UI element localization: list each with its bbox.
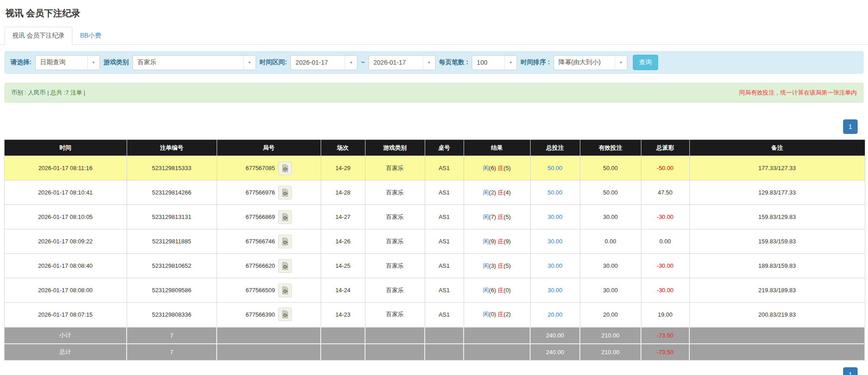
table-row: 2026-01-17 08:08:00523129809586677566509… (4, 278, 865, 303)
total-bet-link[interactable]: 30.00 (548, 214, 563, 220)
result-banker-count: (4) (503, 189, 511, 196)
chevron-down-icon[interactable]: ▼ (87, 56, 100, 70)
pagination-page-1-button[interactable]: 1 (843, 119, 858, 134)
search-button[interactable]: 查询 (633, 55, 658, 70)
total-bet-link[interactable]: 50.00 (548, 165, 563, 171)
footer-empty-session (321, 344, 365, 361)
round-id-text: 677566509 (246, 287, 275, 294)
cell-round-id: 677566869 (217, 205, 321, 229)
cell-total-bet: 30.00 (530, 205, 580, 229)
cell-result: 闲(6) 庄(5) (464, 156, 530, 180)
chevron-down-icon[interactable]: ▼ (243, 56, 256, 70)
footer-empty-result (464, 327, 530, 344)
cell-table-no: AS1 (425, 156, 464, 180)
cell-result: 闲(2) 庄(4) (464, 180, 530, 205)
chevron-down-icon[interactable]: ▼ (423, 56, 435, 70)
table-body: 2026-01-17 08:11:16523129815333677567085… (4, 156, 865, 327)
bet-records-table: 时间 注单编号 局号 场次 游戏类别 桌号 结果 总投注 有效投注 总派彩 备注… (4, 139, 865, 361)
summary-notice: 同局有效投注，统一计算在该局第一张注单内 (739, 89, 857, 97)
cell-table-no: AS1 (425, 205, 464, 229)
tab-bb-tip[interactable]: BB小费 (72, 27, 109, 45)
video-icon (281, 237, 289, 246)
cell-total-bet: 50.00 (530, 156, 580, 180)
date-to-select[interactable]: 2026-01-17 ▼ (369, 55, 436, 70)
total-bet-link[interactable]: 30.00 (548, 287, 563, 294)
video-icon (281, 310, 289, 318)
cell-remark: 189.83/159.83 (689, 254, 865, 278)
cell-game-type: 百家乐 (365, 156, 425, 180)
result-player-count: (0) (489, 311, 496, 318)
date-from-select[interactable]: 2026-01-17 ▼ (290, 55, 357, 70)
total-bet-link[interactable]: 50.00 (548, 189, 563, 196)
result-player-label: 闲 (483, 311, 489, 318)
video-replay-button[interactable] (278, 235, 292, 248)
total-bet-link[interactable]: 30.00 (548, 262, 563, 269)
cell-session: 14-23 (321, 303, 365, 327)
cell-game-type: 百家乐 (365, 303, 425, 327)
cell-session: 14-24 (321, 278, 365, 303)
round-id-text: 677567085 (246, 165, 275, 171)
video-icon (281, 286, 289, 294)
query-type-select[interactable]: 日期查询 ▼ (35, 55, 100, 70)
cell-result: 闲(3) 庄(5) (464, 254, 530, 278)
table-row: 2026-01-17 08:11:16523129815333677567085… (4, 156, 865, 180)
cell-remark: 219.83/189.83 (689, 278, 865, 303)
header-result: 结果 (464, 140, 530, 156)
pagination-bottom: 1 (0, 367, 868, 375)
cell-total-bet: 30.00 (530, 278, 580, 303)
table-footer: 小计7240.00210.00-73.50总计7240.00210.00-73.… (4, 327, 865, 361)
pagination-page-1-button[interactable]: 1 (843, 367, 858, 375)
chevron-down-icon[interactable]: ▼ (504, 56, 517, 70)
page-size-select[interactable]: 100 ▼ (472, 55, 517, 70)
footer-empty-table (425, 344, 464, 361)
chevron-down-icon[interactable]: ▼ (615, 56, 627, 70)
result-banker-label: 庄 (498, 165, 503, 171)
result-player-count: (2) (489, 189, 496, 196)
cell-time: 2026-01-17 08:07:15 (4, 303, 127, 327)
video-replay-button[interactable] (278, 161, 292, 175)
video-icon (281, 189, 289, 197)
game-type-value: 百家乐 (133, 56, 243, 70)
time-sort-value: 降幂(由大到小) (554, 56, 615, 70)
header-bet-id: 注单编号 (127, 140, 217, 156)
result-player-label: 闲 (483, 189, 489, 196)
footer-total-payout: -73.50 (641, 327, 689, 344)
cell-result: 闲(6) 庄(0) (464, 278, 530, 303)
cell-game-type: 百家乐 (365, 180, 425, 205)
time-sort-select[interactable]: 降幂(由大到小) ▼ (554, 55, 627, 70)
footer-count: 7 (127, 344, 217, 361)
video-replay-button[interactable] (278, 284, 292, 297)
cell-bet-id: 523129811885 (127, 229, 217, 254)
cell-table-no: AS1 (425, 254, 464, 278)
result-player-count: (9) (489, 238, 496, 245)
video-replay-button[interactable] (278, 308, 292, 321)
footer-empty-table (425, 327, 464, 344)
round-id-text: 677566869 (246, 214, 275, 220)
result-player-label: 闲 (483, 165, 489, 171)
round-id-text: 677566746 (246, 238, 275, 245)
header-round-id: 局号 (217, 140, 321, 156)
summary-info: 币别 : 人民币 | 总共 :7 注单 | (11, 89, 85, 97)
cell-time: 2026-01-17 08:10:41 (4, 180, 127, 205)
cell-result: 闲(7) 庄(5) (464, 205, 530, 229)
video-replay-button[interactable] (278, 186, 292, 199)
time-sort-label: 时间排序 : (521, 58, 550, 66)
round-id-text: 677566390 (246, 311, 275, 318)
cell-game-type: 百家乐 (365, 278, 425, 303)
cell-remark: 129.83/177.33 (689, 180, 865, 205)
cell-valid-bet: 30.00 (580, 205, 641, 229)
total-bet-link[interactable]: 20.00 (548, 311, 563, 318)
chevron-down-icon[interactable]: ▼ (345, 56, 357, 70)
page-title: 视讯 会员下注纪录 (0, 0, 868, 25)
tab-video-bet-records[interactable]: 视讯 会员下注纪录 (5, 27, 72, 45)
cell-time: 2026-01-17 08:10:05 (4, 205, 127, 229)
cell-total-payout: -30.00 (641, 254, 689, 278)
cell-game-type: 百家乐 (365, 205, 425, 229)
total-bet-link[interactable]: 30.00 (548, 238, 563, 245)
footer-empty-game (365, 344, 425, 361)
cell-total-bet: 30.00 (530, 254, 580, 278)
footer-empty-remark (689, 344, 865, 361)
video-replay-button[interactable] (278, 259, 292, 273)
video-replay-button[interactable] (278, 210, 292, 224)
game-type-select[interactable]: 百家乐 ▼ (133, 55, 256, 70)
